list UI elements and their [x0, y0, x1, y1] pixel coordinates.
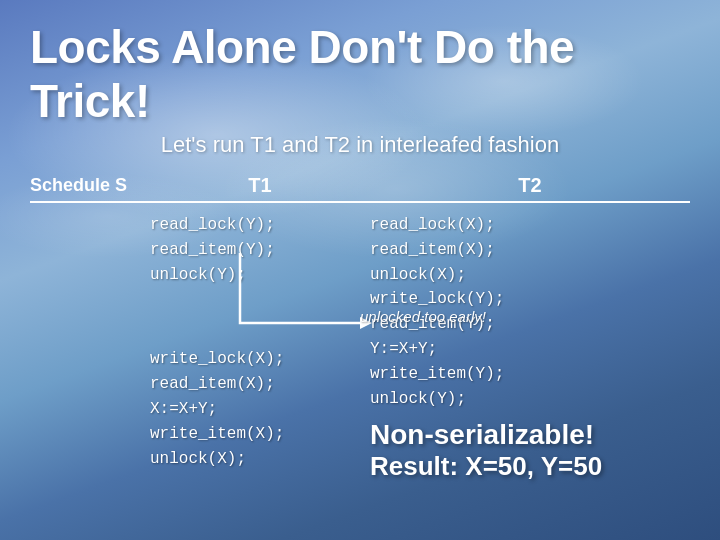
t1-column: read_lock(Y);read_item(Y);unlock(Y); wri… — [150, 213, 370, 482]
schedule-table: Schedule S T1 T2 read_lock(Y);read_item(… — [30, 174, 690, 482]
non-serializable-text: Non-serializable! — [370, 419, 690, 451]
t1-top-code: read_lock(Y);read_item(Y);unlock(Y); — [150, 213, 370, 287]
slide-title: Locks Alone Don't Do the Trick! — [30, 20, 690, 128]
table-body: read_lock(Y);read_item(Y);unlock(Y); wri… — [30, 213, 690, 482]
unlock-label: unlocked too early! — [360, 308, 486, 325]
schedule-label: Schedule S — [30, 175, 150, 196]
t1-header: T1 — [150, 174, 370, 197]
result-text: Result: X=50, Y=50 — [370, 451, 690, 482]
slide-subtitle: Let's run T1 and T2 in interleafed fashi… — [30, 132, 690, 158]
t2-column: unlocked too early! read_lock(X); read_i… — [370, 213, 690, 482]
t2-header: T2 — [370, 174, 690, 197]
col-spacer — [30, 213, 150, 482]
table-header: Schedule S T1 T2 — [30, 174, 690, 203]
t1-bottom-code: write_lock(X);read_item(X);X:=X+Y;write_… — [150, 347, 370, 471]
slide: Locks Alone Don't Do the Trick! Let's ru… — [0, 0, 720, 540]
